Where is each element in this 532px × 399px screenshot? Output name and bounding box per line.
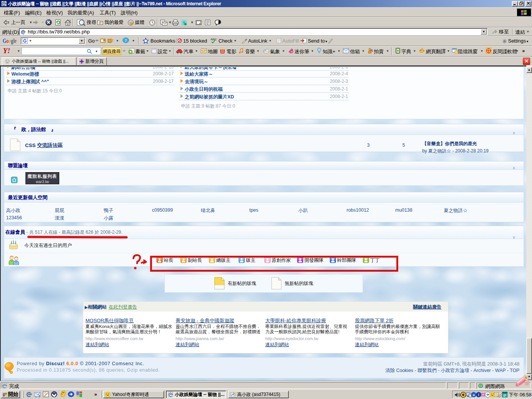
svg-text:Y!: Y! <box>291 51 293 53</box>
svg-text:?: ? <box>125 38 127 43</box>
svg-text:i: i <box>478 393 479 397</box>
svg-text:ABC: ABC <box>211 38 217 41</box>
